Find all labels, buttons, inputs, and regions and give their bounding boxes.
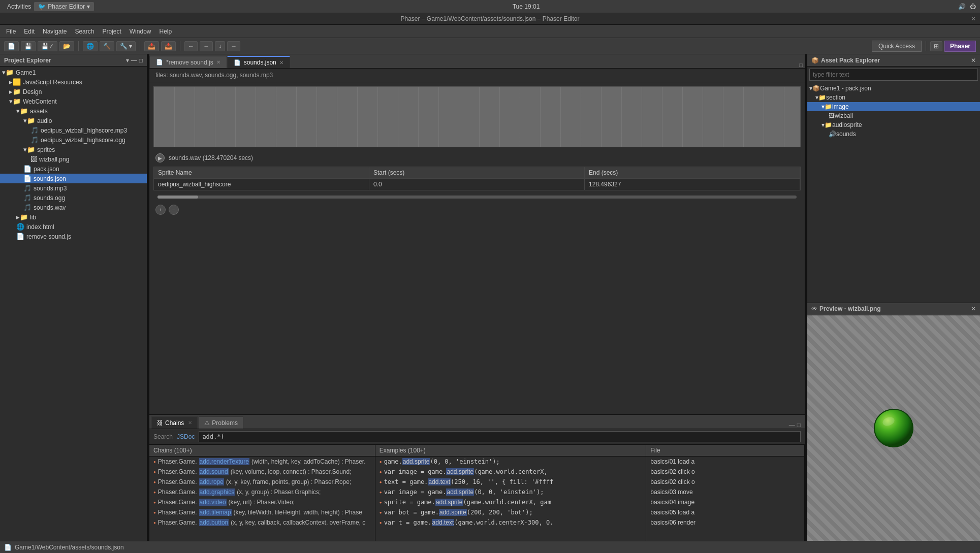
tree-lib[interactable]: ▸📁 lib <box>0 212 147 222</box>
tree-assets[interactable]: ▾📁 assets <box>0 106 147 116</box>
maximize-bottom-icon[interactable]: □ <box>797 421 801 429</box>
list-item[interactable]: basics/02 click o <box>646 477 804 487</box>
import-button[interactable]: 📥 <box>161 41 176 51</box>
tab-remove-sound[interactable]: 📄 *remove sound.js ✕ <box>149 56 227 68</box>
list-item[interactable]: basics/06 render <box>646 517 804 528</box>
tree-sounds-json[interactable]: 📄 sounds.json <box>0 174 147 183</box>
list-item[interactable]: ● Phaser.Game.add.graphics(x, y, group) … <box>149 487 375 497</box>
browser-button[interactable]: 🌐 <box>83 41 98 51</box>
tree-remove-sound-js[interactable]: 📄 remove sound.js <box>0 232 147 241</box>
phaser-perspective-button[interactable]: Phaser <box>944 41 976 52</box>
jsdoc-link[interactable]: JSDoc <box>177 433 195 440</box>
close-button[interactable]: ✕ <box>971 15 976 22</box>
menu-search[interactable]: Search <box>71 27 98 36</box>
list-item[interactable]: ● text = game.add.text(250, 16, '', { fi… <box>375 477 646 487</box>
list-item[interactable]: basics/01 load a <box>646 457 804 467</box>
asset-wizball[interactable]: 🖼 wizball <box>807 111 980 120</box>
list-item[interactable]: basics/03 move <box>646 487 804 497</box>
list-item[interactable]: ● Phaser.Game.add.renderTexture(width, h… <box>149 457 375 467</box>
close-preview-icon[interactable]: ✕ <box>971 305 976 312</box>
tab-chains-close[interactable]: ✕ <box>188 420 192 426</box>
tree-game1[interactable]: ▾📁 Game1 <box>0 68 147 77</box>
scrollbar-thumb[interactable] <box>157 196 198 199</box>
scrollbar-track[interactable] <box>157 196 797 199</box>
list-item[interactable]: ● var image = game.add.sprite(game.world… <box>375 467 646 477</box>
open-button[interactable]: 📂 <box>59 41 74 51</box>
assets-folder-icon: ▾📁 <box>16 107 28 115</box>
maximize-icon[interactable]: □ <box>139 57 143 64</box>
menu-help[interactable]: Help <box>155 27 176 36</box>
collapse-icon[interactable]: ▾ <box>126 57 129 64</box>
perspective-button[interactable]: ⊞ <box>930 41 942 51</box>
close-asset-panel-icon[interactable]: ✕ <box>971 57 976 64</box>
list-item[interactable]: ● var t = game.add.text(game.world.cente… <box>375 517 646 528</box>
tab-problems[interactable]: ⚠ Problems <box>199 416 243 429</box>
list-item[interactable]: ● Phaser.Game.add.video(key, url) : Phas… <box>149 497 375 507</box>
tree-webcontent[interactable]: ▾📁 WebContent <box>0 96 147 106</box>
list-item[interactable]: ● var bot = game.add.sprite(200, 200, 'b… <box>375 507 646 517</box>
menu-window[interactable]: Window <box>125 27 155 36</box>
maximize-editor-icon[interactable]: □ <box>799 62 803 68</box>
asset-filter-input[interactable] <box>809 69 978 81</box>
asset-section[interactable]: ▾📁 section <box>807 93 980 102</box>
tab-sounds-json-close[interactable]: ✕ <box>279 60 283 66</box>
tree-sounds-mp3[interactable]: 🎵 sounds.mp3 <box>0 183 147 193</box>
remove-sprite-button[interactable]: − <box>169 205 179 215</box>
tab-chains[interactable]: ⛓ Chains ✕ <box>151 416 198 429</box>
play-button[interactable]: ▶ <box>155 153 165 162</box>
tree-ogg[interactable]: 🎵 oedipus_wizball_highscore.ogg <box>0 135 147 145</box>
list-item[interactable]: ● sprite = game.add.sprite(game.world.ce… <box>375 497 646 507</box>
list-item[interactable]: basics/02 click o <box>646 467 804 477</box>
menu-edit[interactable]: Edit <box>20 27 39 36</box>
build-button[interactable]: 🔨 <box>100 41 114 51</box>
export-button[interactable]: 📤 <box>144 41 159 51</box>
minimize-bottom-icon[interactable]: — <box>789 421 795 429</box>
editor-scrollbar[interactable] <box>153 194 801 200</box>
tree-index-html[interactable]: 🌐 index.html <box>0 222 147 232</box>
table-row[interactable]: oedipus_wizball_highscore 0.0 128.496327 <box>154 179 800 190</box>
minimize-icon[interactable]: — <box>131 57 137 64</box>
tree-pack-json[interactable]: 📄 pack.json <box>0 164 147 174</box>
down-button[interactable]: ↓ <box>215 41 225 51</box>
mp3-icon: 🎵 <box>30 126 39 134</box>
activities-label[interactable]: Activities <box>4 3 34 10</box>
tree-wizball-png[interactable]: 🖼 wizball.png <box>0 154 147 164</box>
tree-sprites[interactable]: ▾📁 sprites <box>0 145 147 154</box>
tree-design[interactable]: ▸📁 Design <box>0 87 147 96</box>
list-item[interactable]: ● Phaser.Game.add.rope(x, y, key, frame,… <box>149 477 375 487</box>
tab-remove-sound-close[interactable]: ✕ <box>216 59 220 65</box>
quick-access-button[interactable]: Quick Access <box>872 41 922 52</box>
list-item[interactable]: ● Phaser.Game.add.sound(key, volume, loo… <box>149 467 375 477</box>
forward-history-button[interactable]: ← <box>200 41 213 51</box>
new-button[interactable]: 📄 <box>4 41 19 51</box>
tree-sounds-wav[interactable]: 🎵 sounds.wav <box>0 203 147 212</box>
list-item[interactable]: ● var image = game.add.sprite(0, 0, 'ein… <box>375 487 646 497</box>
asset-sounds[interactable]: 🔊 sounds <box>807 129 980 139</box>
phaser-editor-button[interactable]: 🐦 Phaser Editor ▾ <box>34 2 94 11</box>
tab-sounds-json[interactable]: 📄 sounds.json ✕ <box>227 56 290 68</box>
chains-search-input[interactable] <box>199 431 801 442</box>
list-item[interactable]: ● Phaser.Game.add.button(x, y, key, call… <box>149 517 375 528</box>
save-button[interactable]: 💾 <box>21 41 36 51</box>
tools-button[interactable]: 🔧 ▾ <box>116 41 136 51</box>
tree-mp3[interactable]: 🎵 oedipus_wizball_highscore.mp3 <box>0 125 147 135</box>
list-item[interactable]: basics/05 load a <box>646 507 804 517</box>
list-item[interactable]: basics/04 image <box>646 497 804 507</box>
tree-audio[interactable]: ▾📁 audio <box>0 116 147 125</box>
menu-file[interactable]: File <box>2 27 20 36</box>
save-all-button[interactable]: 💾✓ <box>38 41 57 51</box>
asset-image[interactable]: ▾📁 image <box>807 102 980 111</box>
asset-game1-pack[interactable]: ▾📦 Game1 - pack.json <box>807 84 980 93</box>
tree-js-resources[interactable]: ▸🟨 JavaScript Resources <box>0 77 147 87</box>
forward-button[interactable]: → <box>227 41 240 51</box>
menu-navigate[interactable]: Navigate <box>39 27 71 36</box>
list-item[interactable]: ● Phaser.Game.add.tilemap(key, tileWidth… <box>149 507 375 517</box>
back-button[interactable]: ← <box>184 41 198 51</box>
tree-sounds-ogg[interactable]: 🎵 sounds.ogg <box>0 193 147 203</box>
asset-audiosprite[interactable]: ▾📁 audiosprite <box>807 120 980 129</box>
tab-sounds-json-label: sounds.json <box>244 59 276 66</box>
list-item[interactable]: ● game.add.sprite(0, 0, 'einstein'); <box>375 457 646 467</box>
asset-pack-header: 📦 Asset Pack Explorer ✕ <box>807 54 980 67</box>
add-sprite-button[interactable]: + <box>155 205 166 215</box>
menu-project[interactable]: Project <box>98 27 125 36</box>
